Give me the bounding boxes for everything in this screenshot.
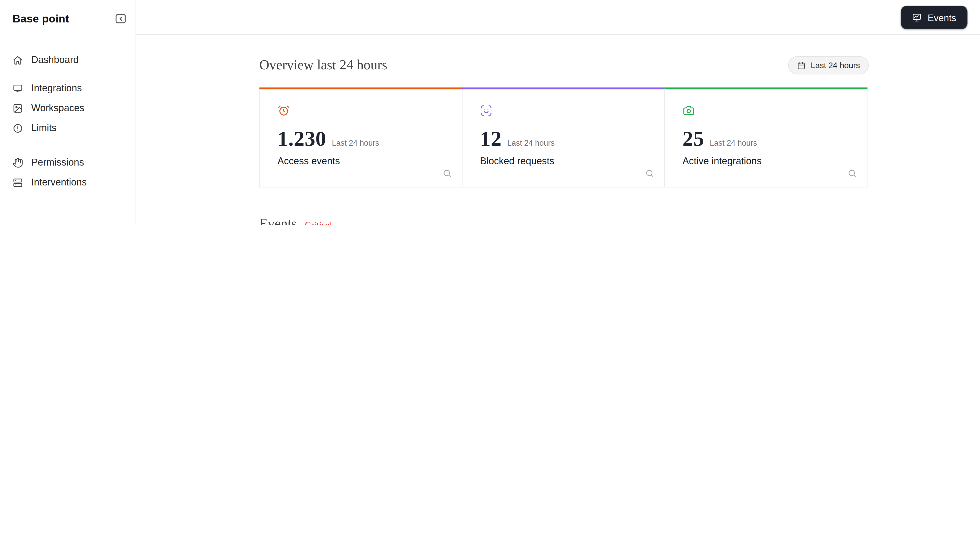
stat-card-access-events[interactable]: 1.230 Last 24 hours Access events bbox=[259, 87, 463, 187]
card-accent-bar bbox=[259, 87, 463, 89]
sidebar-item-label: Permissions bbox=[31, 157, 84, 168]
sidebar-brand-row: Base point bbox=[13, 10, 127, 27]
camera-icon bbox=[682, 104, 695, 117]
stat-label: Active integrations bbox=[682, 156, 850, 167]
events-button[interactable]: Events bbox=[900, 6, 967, 29]
stat-label: Access events bbox=[277, 156, 444, 167]
topbar: Events bbox=[136, 0, 980, 35]
calendar-icon bbox=[797, 61, 806, 70]
monitor-chart-icon bbox=[912, 13, 922, 22]
sidebar-item-limits[interactable]: Limits bbox=[13, 118, 127, 138]
sidebar-item-integrations[interactable]: Integrations bbox=[13, 78, 127, 98]
stat-cards-row: 1.230 Last 24 hours Access events 12 Las… bbox=[259, 87, 869, 187]
frame-icon bbox=[13, 103, 23, 114]
sidebar-item-permissions[interactable]: Permissions bbox=[13, 152, 127, 172]
alert-circle-icon bbox=[13, 123, 23, 133]
brand: Base point bbox=[13, 12, 69, 25]
stat-card-active-integrations[interactable]: 25 Last 24 hours Active integrations bbox=[664, 87, 867, 187]
overview-title: Overview last 24 hours bbox=[259, 56, 387, 74]
sidebar-item-label: Dashboard bbox=[31, 54, 79, 65]
sidebar-collapse-button[interactable] bbox=[115, 13, 127, 25]
sidebar-item-workspaces[interactable]: Workspaces bbox=[13, 98, 127, 118]
monitor-icon bbox=[13, 83, 23, 94]
content: Overview last 24 hours Last 24 hours 1.2… bbox=[259, 56, 869, 225]
sidebar-item-label: Integrations bbox=[31, 83, 82, 94]
events-section: Events Critical 20 Check these permissio… bbox=[259, 215, 869, 225]
sidebar: Base point DashboardIntegrationsWorkspac… bbox=[0, 0, 136, 225]
critical-badge: Critical bbox=[305, 220, 332, 225]
stat-value: 1.230 bbox=[277, 127, 326, 151]
sidebar-item-dashboard[interactable]: Dashboard bbox=[13, 50, 127, 70]
sidebar-item-label: Workspaces bbox=[31, 103, 84, 114]
search-icon[interactable] bbox=[848, 168, 857, 178]
hand-icon bbox=[13, 157, 23, 168]
stat-card-blocked-requests[interactable]: 12 Last 24 hours Blocked requests bbox=[462, 87, 665, 187]
sidebar-item-label: Limits bbox=[31, 122, 56, 134]
stat-caption: Last 24 hours bbox=[508, 139, 555, 148]
sidebar-item-interventions[interactable]: Interventions bbox=[13, 172, 127, 192]
sidebar-item-label: Interventions bbox=[31, 177, 86, 188]
card-accent-bar bbox=[664, 87, 867, 89]
home-icon bbox=[13, 55, 23, 65]
overview-section: Overview last 24 hours Last 24 hours 1.2… bbox=[259, 56, 869, 187]
date-range-button[interactable]: Last 24 hours bbox=[788, 56, 869, 74]
server-icon bbox=[13, 177, 23, 188]
main-area: Events Overview last 24 hours Last 24 ho… bbox=[136, 0, 980, 225]
stat-caption: Last 24 hours bbox=[332, 139, 379, 148]
card-accent-bar bbox=[462, 87, 665, 89]
stat-caption: Last 24 hours bbox=[710, 139, 757, 148]
nav-group: PermissionsInterventions bbox=[13, 152, 127, 192]
scan-face-icon bbox=[480, 104, 493, 117]
alarm-clock-icon bbox=[277, 104, 290, 117]
stat-value: 25 bbox=[682, 127, 704, 151]
sidebar-nav: DashboardIntegrationsWorkspacesLimitsPer… bbox=[13, 50, 127, 192]
search-icon[interactable] bbox=[442, 168, 452, 178]
stat-value: 12 bbox=[480, 127, 502, 151]
nav-group: Dashboard bbox=[13, 50, 127, 70]
panel-collapse-icon bbox=[115, 13, 127, 25]
events-title: Events bbox=[259, 215, 297, 225]
dashboard-app: Base point DashboardIntegrationsWorkspac… bbox=[0, 0, 980, 225]
search-icon[interactable] bbox=[645, 168, 654, 178]
nav-group: IntegrationsWorkspacesLimits bbox=[13, 78, 127, 138]
stat-label: Blocked requests bbox=[480, 156, 647, 167]
